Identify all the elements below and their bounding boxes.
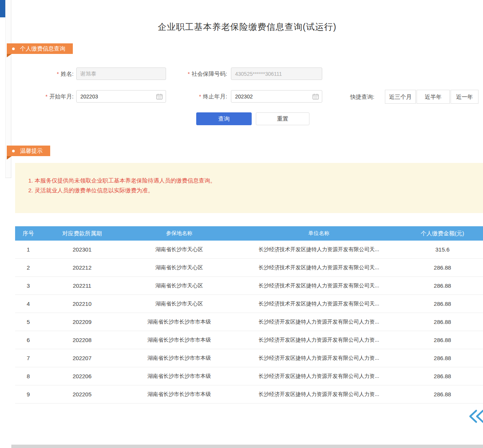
table-cell: 长沙经济开发区捷特人力资源开发有限公司人力资...	[236, 355, 402, 362]
required-asterisk: *	[188, 71, 189, 77]
table-cell: 202301	[42, 246, 123, 253]
col-header-company: 单位名称	[236, 230, 402, 237]
section-badge-query-label: 个人缴费信息查询	[20, 45, 65, 52]
ssn-label: *社会保障号码:	[174, 68, 227, 80]
reset-button[interactable]: 重置	[256, 112, 309, 125]
table-cell: 湖南省长沙市天心区	[123, 264, 236, 271]
table-cell: 湖南省长沙市长沙市市本级	[123, 391, 236, 398]
table-row: 9202205湖南省长沙市长沙市市本级长沙经济开发区捷特人力资源开发有限公司人力…	[15, 385, 483, 404]
table-cell: 3	[15, 282, 42, 289]
table-cell: 202209	[42, 319, 123, 325]
section-badge-tips: 温馨提示	[7, 146, 50, 156]
table-row: 8202206湖南省长沙市长沙市市本级长沙经济开发区捷特人力资源开发有限公司人力…	[15, 367, 483, 385]
notice-line: 2. 灵活就业人员的缴费单位信息以实际缴费为准。	[28, 186, 475, 195]
quick-query-label: 快捷查询:	[350, 90, 374, 104]
table-cell: 286.88	[402, 355, 483, 361]
name-label: *姓名:	[33, 68, 74, 80]
col-header-region: 参保地名称	[123, 230, 236, 237]
table-cell: 202207	[42, 355, 123, 361]
table-cell: 湖南省长沙市长沙市市本级	[123, 319, 236, 325]
table-cell: 长沙经济技术开发区捷特人力资源开发有限公司天...	[236, 264, 402, 271]
table-cell: 6	[15, 337, 42, 343]
table-header-row: 序号 对应费款所属期 参保地名称 单位名称 个人缴费金额(元)	[15, 226, 483, 241]
table-cell: 286.88	[402, 301, 483, 307]
col-header-amount: 个人缴费金额(元)	[402, 230, 483, 237]
payment-table-body: 1202301湖南省长沙市天心区长沙经济技术开发区捷特人力资源开发有限公司天..…	[15, 241, 483, 404]
start-month-label: *开始年月:	[23, 90, 74, 103]
table-cell: 长沙经济技术开发区捷特人力资源开发有限公司天...	[236, 282, 402, 289]
table-row: 6202208湖南省长沙市长沙市市本级长沙经济开发区捷特人力资源开发有限公司人力…	[15, 331, 483, 349]
table-cell: 长沙经济开发区捷特人力资源开发有限公司人力资...	[236, 391, 402, 398]
table-cell: 湖南省长沙市长沙市市本级	[123, 337, 236, 344]
table-cell: 7	[15, 355, 42, 361]
table-cell: 286.88	[402, 319, 483, 325]
table-cell: 202206	[42, 373, 123, 379]
start-month-wrap	[76, 90, 166, 103]
ssn-field[interactable]	[231, 68, 322, 80]
name-field[interactable]	[76, 68, 166, 80]
table-cell: 1	[15, 246, 42, 253]
col-header-period: 对应费款所属期	[42, 230, 123, 237]
table-row: 5202209湖南省长沙市长沙市市本级长沙经济开发区捷特人力资源开发有限公司人力…	[15, 313, 483, 331]
quick-btn-last-3-months[interactable]: 近三个月	[385, 90, 416, 104]
table-cell: 湖南省长沙市天心区	[123, 301, 236, 307]
notice-line: 1. 本服务仅提供尚未领取企业职工基本养老保险待遇人员的缴费信息查询。	[28, 176, 475, 186]
corner-tab	[0, 0, 5, 17]
payment-table: 序号 对应费款所属期 参保地名称 单位名称 个人缴费金额(元) 1202301湖…	[15, 226, 483, 404]
table-cell: 湖南省长沙市天心区	[123, 246, 236, 253]
table-cell: 202211	[42, 282, 123, 289]
query-button[interactable]: 查询	[196, 112, 252, 125]
table-cell: 4	[15, 301, 42, 307]
quick-btn-last-year[interactable]: 近一年	[451, 90, 478, 104]
table-cell: 202205	[42, 391, 123, 397]
start-month-field[interactable]	[76, 90, 166, 103]
table-cell: 9	[15, 391, 42, 397]
table-cell: 长沙经济开发区捷特人力资源开发有限公司人力资...	[236, 373, 402, 380]
table-row: 1202301湖南省长沙市天心区长沙经济技术开发区捷特人力资源开发有限公司天..…	[15, 241, 483, 259]
page-title: 企业职工基本养老保险缴费信息查询(试运行)	[11, 21, 483, 33]
table-cell: 315.6	[402, 246, 483, 253]
table-cell: 长沙经济开发区捷特人力资源开发有限公司人力资...	[236, 319, 402, 325]
bullet-icon	[12, 48, 15, 50]
end-month-wrap	[231, 90, 322, 103]
table-cell: 长沙经济技术开发区捷特人力资源开发有限公司天...	[236, 246, 402, 253]
required-asterisk: *	[199, 94, 201, 100]
table-row: 4202210湖南省长沙市天心区长沙经济技术开发区捷特人力资源开发有限公司天..…	[15, 295, 483, 313]
table-cell: 湖南省长沙市天心区	[123, 282, 236, 289]
table-cell: 286.88	[402, 391, 483, 397]
required-asterisk: *	[57, 71, 58, 77]
table-cell: 202212	[42, 264, 123, 271]
table-cell: 5	[15, 319, 42, 325]
double-chevron-left-icon[interactable]	[468, 408, 483, 424]
bottom-scrollbar[interactable]	[11, 445, 483, 448]
table-cell: 202208	[42, 337, 123, 343]
table-row: 2202212湖南省长沙市天心区长沙经济技术开发区捷特人力资源开发有限公司天..…	[15, 259, 483, 277]
table-cell: 286.88	[402, 282, 483, 289]
table-cell: 8	[15, 373, 42, 379]
table-cell: 长沙经济开发区捷特人力资源开发有限公司人力资...	[236, 337, 402, 344]
table-cell: 湖南省长沙市长沙市市本级	[123, 355, 236, 362]
end-month-field[interactable]	[231, 90, 322, 103]
required-asterisk: *	[45, 94, 47, 100]
bullet-icon	[12, 150, 15, 152]
col-header-index: 序号	[15, 230, 42, 237]
notice-box: 1. 本服务仅提供尚未领取企业职工基本养老保险待遇人员的缴费信息查询。 2. 灵…	[15, 163, 483, 213]
table-row: 3202211湖南省长沙市天心区长沙经济技术开发区捷特人力资源开发有限公司天..…	[15, 277, 483, 295]
table-row: 7202207湖南省长沙市长沙市市本级长沙经济开发区捷特人力资源开发有限公司人力…	[15, 349, 483, 367]
section-badge-query: 个人缴费信息查询	[7, 43, 73, 54]
table-cell: 2	[15, 264, 42, 271]
table-cell: 286.88	[402, 373, 483, 379]
quick-btn-last-half-year[interactable]: 近半年	[417, 90, 450, 104]
table-cell: 湖南省长沙市长沙市市本级	[123, 373, 236, 380]
end-month-label: *终止年月:	[177, 90, 227, 103]
table-cell: 长沙经济技术开发区捷特人力资源开发有限公司天...	[236, 301, 402, 307]
table-cell: 286.88	[402, 337, 483, 343]
section-badge-tips-label: 温馨提示	[20, 147, 43, 155]
table-cell: 202210	[42, 301, 123, 307]
table-cell: 286.88	[402, 264, 483, 271]
